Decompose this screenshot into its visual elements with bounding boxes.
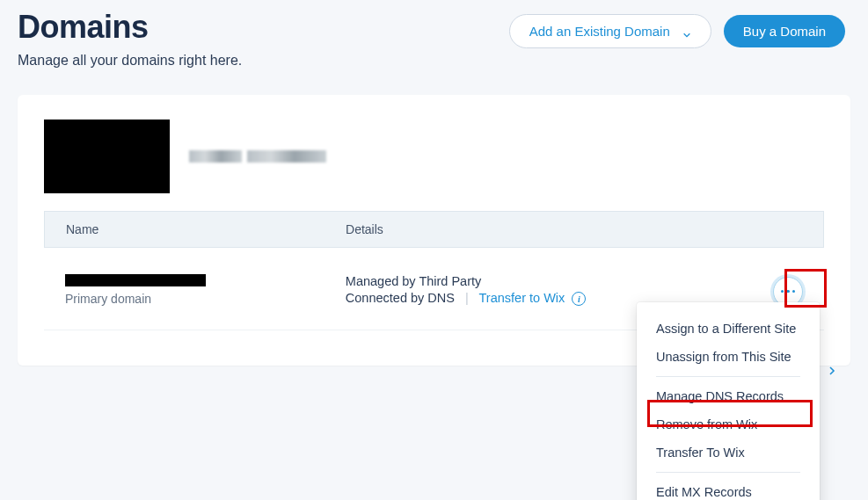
transfer-to-wix-link[interactable]: Transfer to Wix: [479, 291, 565, 305]
page-title: Domains: [18, 9, 242, 46]
buy-domain-label: Buy a Domain: [743, 24, 826, 39]
managed-by-text: Managed by Third Party: [346, 274, 750, 288]
primary-domain-label: Primary domain: [65, 292, 346, 306]
site-thumbnail: [44, 120, 170, 193]
menu-divider: [656, 376, 800, 377]
site-name-redacted: [189, 150, 326, 163]
menu-assign-different-site[interactable]: Assign to a Different Site: [637, 315, 820, 343]
menu-unassign-site[interactable]: Unassign from This Site: [637, 343, 820, 371]
menu-manage-dns[interactable]: Manage DNS Records: [637, 382, 820, 410]
info-icon[interactable]: i: [572, 292, 586, 306]
add-existing-domain-label: Add an Existing Domain: [529, 24, 670, 39]
col-details-header: Details: [346, 222, 749, 236]
menu-remove-from-wix[interactable]: Remove from Wix: [637, 410, 820, 438]
buy-domain-button[interactable]: Buy a Domain: [724, 15, 845, 47]
add-existing-domain-button[interactable]: Add an Existing Domain: [509, 14, 711, 48]
table-header: Name Details: [44, 211, 824, 248]
chevron-right-icon[interactable]: [827, 364, 841, 378]
connected-by-text: Connected by DNS: [346, 291, 455, 305]
more-icon: [781, 290, 784, 293]
menu-edit-mx[interactable]: Edit MX Records: [637, 478, 820, 500]
menu-transfer-to-wix[interactable]: Transfer To Wix: [637, 438, 820, 467]
menu-divider: [656, 472, 800, 473]
domain-name-redacted: [65, 274, 206, 286]
page-subtitle: Manage all your domains right here.: [18, 53, 242, 69]
row-actions-menu: Assign to a Different Site Unassign from…: [637, 302, 820, 500]
chevron-down-icon: [682, 27, 691, 36]
col-name-header: Name: [66, 222, 346, 236]
divider: |: [465, 291, 469, 305]
